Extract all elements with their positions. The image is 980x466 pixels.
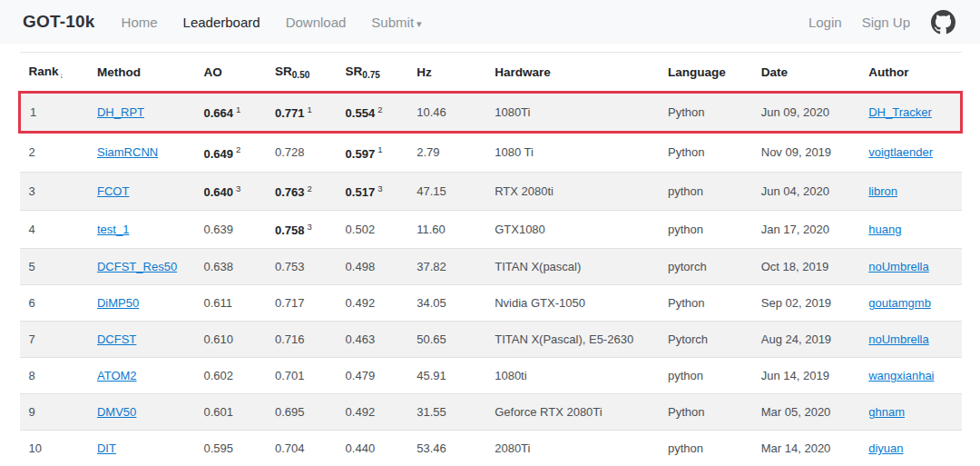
cell-sr50: 0.7583: [266, 210, 337, 248]
author-link[interactable]: diyuan: [868, 441, 903, 455]
cell-method: DCFST: [88, 322, 194, 358]
method-link[interactable]: DIT: [97, 441, 116, 455]
method-link[interactable]: ATOM2: [97, 369, 137, 382]
cell-date: Aug 24, 2019: [752, 322, 859, 358]
method-link[interactable]: FCOT: [97, 184, 129, 198]
column-header-rank[interactable]: Rank↓: [20, 53, 88, 93]
cell-sr75: 0.5542: [337, 93, 408, 133]
cell-method: DIT: [88, 431, 194, 466]
author-link[interactable]: libron: [868, 184, 897, 198]
cell-language: python: [659, 210, 752, 248]
rank-superscript: 3: [377, 183, 382, 193]
rank-superscript: 3: [236, 183, 240, 193]
cell-language: Pytorch: [659, 322, 752, 358]
cell-sr75: 0.5971: [337, 133, 408, 172]
cell-author: noUmbrella: [859, 249, 961, 285]
cell-method: SiamRCNN: [88, 133, 194, 172]
cell-ao: 0.595: [194, 431, 266, 466]
author-link[interactable]: wangxianhai: [868, 369, 934, 382]
table-row-9: 9DMV500.6010.6950.49231.55Geforce RTX 20…: [20, 394, 962, 431]
cell-sr50: 0.7711: [266, 93, 337, 133]
cell-method: DiMP50: [88, 285, 194, 322]
leaderboard-table: Rank↓MethodAOSR0.50SR0.75HzHardwareLangu…: [18, 52, 963, 466]
cell-date: Mar 05, 2020: [752, 394, 859, 431]
table-row-4: 4test_10.6390.75830.50211.60GTX1080pytho…: [20, 210, 962, 248]
method-link[interactable]: DMV50: [97, 405, 136, 419]
cell-rank: 2: [20, 133, 88, 172]
cell-ao: 0.602: [194, 358, 266, 394]
cell-ao: 0.611: [194, 285, 266, 322]
brand-logo[interactable]: GOT-10k: [23, 12, 95, 32]
cell-rank: 3: [20, 172, 88, 210]
nav-item-leaderboard[interactable]: Leaderboard: [177, 11, 267, 34]
nav-item-home[interactable]: Home: [115, 11, 164, 34]
github-icon[interactable]: [931, 10, 956, 35]
cell-author: libron: [859, 172, 961, 210]
author-link[interactable]: huang: [868, 223, 901, 236]
cell-language: Python: [659, 93, 752, 133]
author-link[interactable]: goutamgmb: [868, 296, 931, 310]
author-link[interactable]: noUmbrella: [868, 260, 928, 273]
cell-sr75: 0.5173: [337, 172, 408, 210]
cell-sr75: 0.440: [337, 431, 408, 466]
cell-rank: 9: [20, 394, 88, 431]
rank-superscript: 1: [377, 144, 382, 154]
cell-hz: 47.15: [407, 172, 485, 210]
column-header-sr50[interactable]: SR0.50: [266, 53, 337, 93]
cell-hardware: 1080ti: [485, 358, 659, 394]
rank-superscript: 3: [308, 222, 312, 232]
table-row-5: 5DCFST_Res500.6380.7530.49837.82TITAN X(…: [20, 249, 962, 285]
rank-superscript: 2: [377, 104, 382, 114]
cell-method: test_1: [88, 210, 194, 248]
method-link[interactable]: SiamRCNN: [97, 145, 158, 159]
cell-ao: 0.601: [194, 394, 266, 431]
cell-hardware: 1080 Ti: [485, 133, 659, 172]
nav-item-submit[interactable]: Submit▾: [365, 11, 427, 34]
cell-date: Oct 18, 2019: [752, 249, 859, 285]
cell-rank: 7: [20, 322, 88, 358]
method-link[interactable]: DiMP50: [97, 296, 139, 310]
cell-sr50: 0.695: [266, 394, 337, 431]
column-header-date[interactable]: Date: [752, 53, 859, 93]
cell-author: wangxianhai: [859, 358, 961, 394]
cell-date: Mar 14, 2020: [752, 431, 859, 466]
cell-sr75: 0.502: [337, 210, 408, 248]
cell-author: huang: [859, 210, 961, 248]
cell-hardware: Geforce RTX 2080Ti: [485, 394, 659, 431]
cell-sr75: 0.463: [337, 322, 408, 358]
author-link[interactable]: noUmbrella: [868, 332, 928, 346]
nav-right-links: LoginSign Up: [802, 11, 924, 34]
rank-superscript: 2: [308, 183, 312, 193]
author-link[interactable]: DH_Tracker: [868, 105, 932, 119]
column-header-hz[interactable]: Hz: [407, 53, 485, 93]
author-link[interactable]: voigtlaender: [868, 145, 933, 159]
cell-hz: 10.46: [407, 93, 485, 133]
cell-hardware: Nvidia GTX-1050: [485, 285, 659, 322]
cell-hz: 31.55: [407, 394, 485, 431]
author-link[interactable]: ghnam: [868, 405, 905, 419]
sign-up-link[interactable]: Sign Up: [856, 11, 916, 34]
cell-ao: 0.6492: [194, 133, 266, 172]
cell-sr75: 0.479: [337, 358, 408, 394]
method-link[interactable]: DCFST_Res50: [97, 260, 177, 273]
sort-descending-icon: ↓: [60, 71, 64, 80]
column-header-language[interactable]: Language: [659, 53, 752, 93]
rank-superscript: 1: [308, 104, 312, 114]
cell-language: pytorch: [659, 249, 752, 285]
column-subscript: 0.75: [362, 70, 379, 80]
cell-language: Python: [659, 285, 752, 322]
nav-item-download[interactable]: Download: [279, 11, 353, 34]
leaderboard: Rank↓MethodAOSR0.50SR0.75HzHardwareLangu…: [18, 52, 963, 466]
method-link[interactable]: test_1: [97, 223, 129, 236]
column-header-ao[interactable]: AO: [194, 53, 266, 93]
method-link[interactable]: DH_RPT: [97, 105, 144, 119]
login-link[interactable]: Login: [802, 11, 848, 34]
column-header-sr75[interactable]: SR0.75: [337, 53, 408, 93]
method-link[interactable]: DCFST: [97, 332, 136, 346]
column-header-hardware[interactable]: Hardware: [485, 53, 659, 93]
cell-method: DCFST_Res50: [88, 249, 194, 285]
cell-sr50: 0.716: [266, 322, 337, 358]
column-header-author[interactable]: Author: [859, 53, 961, 93]
column-header-method[interactable]: Method: [88, 53, 194, 93]
table-row-10: 10DIT0.5950.7040.44053.462080TipythonMar…: [20, 431, 962, 466]
